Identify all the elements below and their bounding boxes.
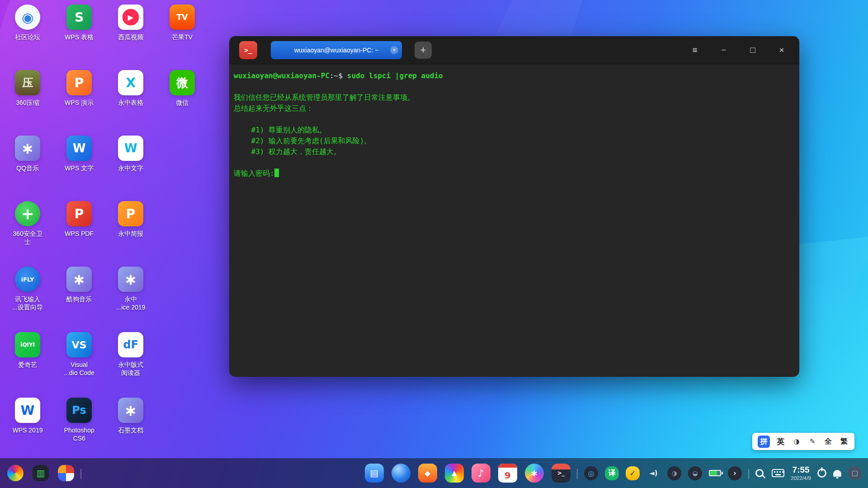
taskbar-notification[interactable] <box>833 470 841 477</box>
icon-yozo-slides[interactable]: P 永中简报 <box>105 201 156 267</box>
terminal-output-line: 我们信任您已经从系统管理员那里了解了日常注意事项。 <box>234 92 795 103</box>
maximize-button[interactable]: □ <box>744 42 761 59</box>
icon-360-safe[interactable]: + 360安全卫 士 <box>2 201 53 267</box>
app-icon-label: 360安全卫 士 <box>13 230 42 246</box>
terminal-output-line: #2) 输入前要先考虑(后果和风险)。 <box>234 136 795 146</box>
app-icon-label: 社区论坛 <box>15 33 40 41</box>
taskbar: ▥ | ▤ ◆ ▲ ♪ 9 ∗ >_ | ◎ 译 ✓ <box>0 458 868 488</box>
dock-terminal[interactable]: >_ <box>552 464 571 483</box>
terminal-cursor <box>274 169 279 177</box>
terminal-menu-icon[interactable]: ≡ <box>686 42 703 59</box>
icon-shimo-docs[interactable]: ∗ 石墨文档 <box>105 398 156 463</box>
taskbar-keyboard[interactable] <box>772 469 784 477</box>
app-icon-badge: Ps <box>66 398 92 423</box>
taskbar-separator: | <box>80 467 82 479</box>
clock-date: 2022/4/9 <box>791 475 811 481</box>
taskbar-search[interactable] <box>755 469 764 477</box>
app-icon-label: 永中简报 <box>118 230 143 238</box>
app-icon-badge: 压 <box>15 70 40 95</box>
taskbar-launcher[interactable] <box>7 465 24 481</box>
terminal-prompt-user-host: wuxiaoyan@wuxiaoyan-PC <box>234 71 330 80</box>
ime-punctuation-toggle[interactable]: ◑ <box>792 436 802 448</box>
icon-kugou-music[interactable]: ∗ 酷狗音乐 <box>53 267 105 332</box>
terminal-output: 我们信任您已经从系统管理员那里了解了日常注意事项。 总结起来无外乎这三点： #1… <box>234 81 795 168</box>
terminal-output-line <box>234 81 795 92</box>
terminal-prompt-path: :~$ <box>330 71 343 80</box>
taskbar-system-monitor[interactable]: ▥ <box>33 465 49 481</box>
app-icon-label: 永中版式 阅读器 <box>118 361 143 377</box>
terminal-body[interactable]: wuxiaoyan@wuxiaoyan-PC:~$sudo lspci |gre… <box>229 64 799 185</box>
terminal-output-line: #1) 尊重别人的隐私。 <box>234 125 795 136</box>
app-icon-badge: W <box>118 136 143 161</box>
terminal-title-bar[interactable]: >_ wuxiaoyan@wuxiaoyan-PC: ~ × + ≡ − □ × <box>229 36 799 64</box>
app-icon-label: 永中表格 <box>118 99 143 107</box>
tab-close-icon[interactable]: × <box>390 46 398 54</box>
app-icon-badge: ∗ <box>118 398 143 423</box>
icon-qq-music[interactable]: ∗ QQ音乐 <box>2 136 53 201</box>
dock-app-store[interactable]: ◆ <box>418 464 437 483</box>
tray-app-dark-2[interactable]: ◒ <box>688 466 702 480</box>
ime-pen-tool[interactable]: ✎ <box>807 436 817 448</box>
icon-360-zip[interactable]: 压 360压缩 <box>2 70 53 136</box>
app-icon-badge: P <box>66 201 92 226</box>
terminal-app-icon: >_ <box>239 41 257 59</box>
taskbar-app-grid[interactable] <box>58 465 74 481</box>
terminal-tab[interactable]: wuxiaoyan@wuxiaoyan-PC: ~ × <box>271 41 402 59</box>
minimize-button[interactable]: − <box>715 42 732 59</box>
icon-photoshop-cs6[interactable]: Ps Photoshop CS6 <box>53 398 105 463</box>
terminal-command-line: wuxiaoyan@wuxiaoyan-PC:~$sudo lspci |gre… <box>234 70 795 81</box>
icon-yozo-sheets[interactable]: X 永中表格 <box>105 70 156 136</box>
icon-community-forum[interactable]: ◉ 社区论坛 <box>2 5 53 70</box>
dock-file-manager[interactable]: ▤ <box>365 464 384 483</box>
tray-volume[interactable]: ◄) <box>646 466 660 480</box>
dock-browser[interactable] <box>392 464 410 483</box>
ime-language-english[interactable]: 英 <box>776 436 786 448</box>
close-button[interactable]: × <box>773 42 790 59</box>
tray-screenshot[interactable]: ◎ <box>584 466 598 480</box>
app-icon-badge: P <box>118 201 143 226</box>
taskbar-left-group: ▥ <box>7 465 74 481</box>
icon-vscode[interactable]: VS Visual ...dio Code <box>53 332 105 398</box>
ime-fullwidth-toggle[interactable]: 全 <box>823 436 833 448</box>
icon-yozo-writer[interactable]: W 永中文字 <box>105 136 156 201</box>
app-icon-label: QQ音乐 <box>16 164 39 172</box>
dock-photos[interactable]: ▲ <box>445 464 464 483</box>
taskbar-clock[interactable]: 7:55 2022/4/9 <box>791 465 811 481</box>
app-icon-badge: iFLY <box>15 267 40 292</box>
tray-expand-arrow[interactable]: › <box>728 466 742 480</box>
tray-app-dark-1[interactable]: ◑ <box>667 466 681 480</box>
tray-antivirus[interactable]: ✓ <box>626 466 640 480</box>
dock-control-center[interactable]: ∗ <box>525 464 544 483</box>
taskbar-end-group: ▢ <box>817 466 862 480</box>
app-icon-badge: ◉ <box>15 5 40 30</box>
icon-iflytek-wizard[interactable]: iFLY 讯飞输入 ...设置向导 <box>2 267 53 332</box>
icon-wps-pdf[interactable]: P WPS PDF <box>53 201 105 267</box>
icon-wechat[interactable]: 微 微信 <box>156 70 208 136</box>
taskbar-power[interactable] <box>817 469 826 478</box>
dock-music[interactable]: ♪ <box>472 464 491 483</box>
dock-calendar[interactable]: 9 <box>498 464 517 483</box>
icon-wps-writer[interactable]: W WPS 文字 <box>53 136 105 201</box>
app-icon-badge: S <box>66 5 92 30</box>
app-icon-badge: iQIYI <box>15 332 40 357</box>
ime-traditional-toggle[interactable]: 繁 <box>839 436 849 448</box>
app-icon-badge: dF <box>118 332 143 357</box>
icon-yozo-reader[interactable]: dF 永中版式 阅读器 <box>105 332 156 398</box>
icon-mgtv[interactable]: TV 芒果TV <box>156 5 208 70</box>
icon-wps-sheets[interactable]: S WPS 表格 <box>53 5 105 70</box>
icon-yozo-office-2019[interactable]: ∗ 永中 ...ice 2019 <box>105 267 156 332</box>
tray-battery[interactable] <box>709 470 721 476</box>
input-method-bar[interactable]: 拼 英 ◑ ✎ 全 繁 <box>752 433 854 450</box>
icon-wps-2019[interactable]: W WPS 2019 <box>2 398 53 463</box>
terminal-password-line: 请输入密码: <box>234 168 795 179</box>
app-icon-badge: W <box>66 136 92 161</box>
tray-dictionary[interactable]: 译 <box>605 466 619 480</box>
icon-wps-presentation[interactable]: P WPS 演示 <box>53 70 105 136</box>
app-icon-label: 360压缩 <box>16 99 39 107</box>
app-icon-badge: ▶ <box>118 5 143 30</box>
icon-xigua-video[interactable]: ▶ 西瓜视频 <box>105 5 156 70</box>
new-tab-button[interactable]: + <box>415 42 432 59</box>
ime-pinyin-indicator[interactable]: 拼 <box>758 436 770 448</box>
taskbar-show-desktop[interactable]: ▢ <box>848 466 862 480</box>
icon-iqiyi[interactable]: iQIYI 爱奇艺 <box>2 332 53 398</box>
